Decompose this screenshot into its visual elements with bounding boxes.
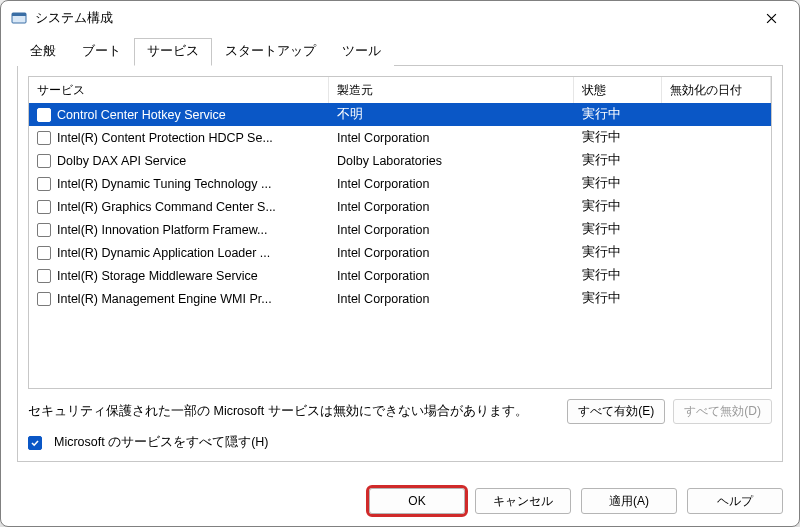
service-row[interactable]: Dolby DAX API ServiceDolby Laboratories実… [29,149,771,172]
content-area: 全般ブートサービススタートアップツール サービス 製造元 状態 無効化の日付 C… [1,35,799,476]
tab-0[interactable]: 全般 [17,38,69,66]
window-title: システム構成 [35,10,113,27]
tab-3[interactable]: スタートアップ [212,38,329,66]
hide-microsoft-label: Microsoft のサービスをすべて隠す(H) [54,434,269,451]
services-listview[interactable]: サービス 製造元 状態 無効化の日付 Control Center Hotkey… [28,76,772,389]
service-manufacturer: 不明 [329,103,574,126]
hide-microsoft-checkbox[interactable] [28,436,42,450]
service-name: Intel(R) Innovation Platform Framew... [57,223,268,237]
app-icon [11,10,27,26]
service-manufacturer: Intel Corporation [329,241,574,264]
hide-microsoft-checkbox-row[interactable]: Microsoft のサービスをすべて隠す(H) [28,434,772,451]
service-name: Dolby DAX API Service [57,154,186,168]
cancel-button[interactable]: キャンセル [475,488,571,514]
service-state: 実行中 [574,103,662,126]
security-note: セキュリティ保護された一部の Microsoft サービスは無効にできない場合が… [28,403,528,420]
service-state: 実行中 [574,287,662,310]
service-state: 実行中 [574,126,662,149]
service-state: 実行中 [574,264,662,287]
tab-2[interactable]: サービス [134,38,212,66]
service-disabled-date [662,241,771,264]
listview-body: Control Center Hotkey Service不明実行中Intel(… [29,103,771,388]
service-disabled-date [662,287,771,310]
listview-header: サービス 製造元 状態 無効化の日付 [29,77,771,103]
service-manufacturer: Intel Corporation [329,218,574,241]
service-disabled-date [662,126,771,149]
service-checkbox[interactable] [37,108,51,122]
service-manufacturer: Intel Corporation [329,126,574,149]
service-state: 実行中 [574,241,662,264]
service-manufacturer: Intel Corporation [329,195,574,218]
service-checkbox[interactable] [37,200,51,214]
service-row[interactable]: Intel(R) Dynamic Tuning Technology ...In… [29,172,771,195]
below-list-row: セキュリティ保護された一部の Microsoft サービスは無効にできない場合が… [28,399,772,424]
svg-rect-1 [12,13,26,16]
service-checkbox[interactable] [37,131,51,145]
service-manufacturer: Intel Corporation [329,287,574,310]
column-manufacturer[interactable]: 製造元 [329,77,574,103]
close-button[interactable] [749,3,793,33]
service-name: Intel(R) Dynamic Tuning Technology ... [57,177,271,191]
tab-4[interactable]: ツール [329,38,394,66]
service-state: 実行中 [574,149,662,172]
service-disabled-date [662,172,771,195]
service-checkbox[interactable] [37,269,51,283]
service-disabled-date [662,195,771,218]
service-disabled-date [662,103,771,126]
service-name: Control Center Hotkey Service [57,108,226,122]
service-row[interactable]: Intel(R) Innovation Platform Framew...In… [29,218,771,241]
msconfig-window: システム構成 全般ブートサービススタートアップツール サービス 製造元 状態 無… [0,0,800,527]
service-name: Intel(R) Dynamic Application Loader ... [57,246,270,260]
service-state: 実行中 [574,195,662,218]
service-disabled-date [662,149,771,172]
apply-button[interactable]: 適用(A) [581,488,677,514]
service-checkbox[interactable] [37,292,51,306]
service-name: Intel(R) Graphics Command Center S... [57,200,276,214]
service-manufacturer: Dolby Laboratories [329,149,574,172]
tab-1[interactable]: ブート [69,38,134,66]
tab-strip: 全般ブートサービススタートアップツール [17,39,783,65]
service-disabled-date [662,218,771,241]
service-name: Intel(R) Storage Middleware Service [57,269,258,283]
service-row[interactable]: Intel(R) Management Engine WMI Pr...Inte… [29,287,771,310]
service-row[interactable]: Intel(R) Graphics Command Center S...Int… [29,195,771,218]
column-disabled-date[interactable]: 無効化の日付 [662,77,771,103]
service-checkbox[interactable] [37,223,51,237]
enable-all-button[interactable]: すべて有効(E) [567,399,665,424]
dialog-button-row: OK キャンセル 適用(A) ヘルプ [1,476,799,526]
help-button[interactable]: ヘルプ [687,488,783,514]
service-checkbox[interactable] [37,246,51,260]
service-checkbox[interactable] [37,177,51,191]
titlebar: システム構成 [1,1,799,35]
service-row[interactable]: Intel(R) Content Protection HDCP Se...In… [29,126,771,149]
column-service[interactable]: サービス [29,77,329,103]
service-manufacturer: Intel Corporation [329,264,574,287]
ok-button[interactable]: OK [369,488,465,514]
service-state: 実行中 [574,218,662,241]
service-row[interactable]: Intel(R) Dynamic Application Loader ...I… [29,241,771,264]
column-state[interactable]: 状態 [574,77,662,103]
service-name: Intel(R) Management Engine WMI Pr... [57,292,272,306]
service-manufacturer: Intel Corporation [329,172,574,195]
service-name: Intel(R) Content Protection HDCP Se... [57,131,273,145]
service-checkbox[interactable] [37,154,51,168]
service-row[interactable]: Intel(R) Storage Middleware ServiceIntel… [29,264,771,287]
disable-all-button: すべて無効(D) [673,399,772,424]
service-disabled-date [662,264,771,287]
services-tab-pane: サービス 製造元 状態 無効化の日付 Control Center Hotkey… [17,65,783,462]
close-icon [766,13,777,24]
service-row[interactable]: Control Center Hotkey Service不明実行中 [29,103,771,126]
service-state: 実行中 [574,172,662,195]
